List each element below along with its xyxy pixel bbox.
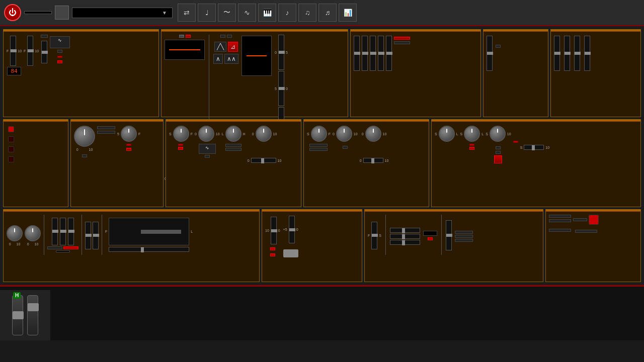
dco-lcd-btn[interactable]: [179, 35, 184, 38]
chorus-rate-knob[interactable]: [311, 126, 327, 142]
vca-env-btn[interactable]: [496, 45, 501, 48]
vcf-note-btn[interactable]: [394, 41, 410, 44]
arp-rate-slider[interactable]: [371, 222, 377, 249]
ctrl-auto-btn[interactable]: [63, 246, 78, 249]
dco-pitch-slider[interactable]: [278, 35, 284, 70]
lfo-invert-btn[interactable]: [57, 50, 62, 53]
icon-btn-6[interactable]: ♫: [298, 4, 316, 22]
midi-learn-btn[interactable]: [549, 215, 571, 218]
ctrl-vcf-slider[interactable]: [60, 218, 66, 245]
icon-btn-keyboard[interactable]: 🎹: [258, 4, 276, 22]
ctrl-dco-slider[interactable]: [52, 218, 58, 245]
mf-sync-btn[interactable]: [178, 147, 183, 150]
lfo-delay-slider[interactable]: [41, 41, 47, 63]
perf-assign-btn[interactable]: [270, 247, 275, 250]
delay-active-btn[interactable]: [494, 155, 502, 163]
delay-predelay-knob[interactable]: [439, 126, 455, 142]
midi-reset-btn[interactable]: [549, 219, 571, 222]
effects-chorus-btn[interactable]: [8, 146, 17, 153]
perf-tune-slider[interactable]: [289, 216, 295, 243]
mf-wave-btn[interactable]: ∿: [199, 144, 216, 154]
mf-hp-btn[interactable]: [225, 144, 242, 147]
arp-octave-slider[interactable]: [446, 220, 452, 250]
dco-env-btn[interactable]: [220, 35, 225, 38]
stop-button[interactable]: [55, 6, 69, 20]
arp-sync-btn[interactable]: [428, 237, 433, 240]
delay-l-knob[interactable]: [464, 126, 480, 142]
ctrl-main-slider[interactable]: [109, 247, 189, 252]
icon-btn-8[interactable]: 📊: [339, 4, 357, 22]
patch-display[interactable]: ▼: [72, 8, 173, 18]
icon-btn-5[interactable]: ♪: [278, 4, 296, 22]
dco-wave-btn3[interactable]: ∧: [213, 54, 223, 64]
env-d-slider[interactable]: [564, 36, 570, 71]
osc-warp-low-btn[interactable]: [97, 131, 115, 134]
vcf-env-slider[interactable]: [370, 36, 376, 71]
arp-dun-btn[interactable]: [455, 231, 473, 234]
icon-btn-2[interactable]: ♩: [198, 4, 216, 22]
lfo-wave-btn[interactable]: ∿: [50, 36, 70, 48]
mod-wheel[interactable]: [27, 295, 38, 335]
icon-btn-7[interactable]: ♬: [318, 4, 337, 22]
env-a-slider[interactable]: [554, 36, 560, 71]
dco-ali-btn[interactable]: [227, 35, 232, 38]
delay-digit-btn[interactable]: [496, 151, 501, 154]
osc-warp-hard-btn[interactable]: [97, 126, 115, 129]
pitch-wheel[interactable]: [12, 295, 23, 335]
delay-feedbk-knob[interactable]: [490, 126, 506, 142]
arp-up-btn[interactable]: [455, 239, 473, 242]
mf-cutoff-knob[interactable]: [225, 126, 242, 142]
mf-mix-slider[interactable]: [251, 158, 276, 163]
vcf-res-slider[interactable]: [362, 36, 368, 71]
chorus-mix-slider[interactable]: [363, 158, 383, 163]
arp-gate-slider[interactable]: [390, 234, 420, 239]
patch-arrow[interactable]: ▼: [162, 10, 167, 16]
vca-level-slider[interactable]: [487, 36, 493, 71]
env-s-slider[interactable]: [574, 36, 580, 71]
chorus-char-btn[interactable]: [309, 144, 328, 147]
lfo-step-btn[interactable]: [41, 35, 48, 38]
effects-mod-filt-btn[interactable]: [8, 136, 17, 143]
midi-off-btn[interactable]: [549, 229, 571, 232]
mf-res-knob[interactable]: [256, 126, 272, 142]
env-r-slider[interactable]: [584, 36, 590, 71]
chorus-spread-knob[interactable]: [365, 126, 381, 142]
effects-osc-warp-btn[interactable]: [8, 126, 17, 133]
mf-mdepth-knob[interactable]: [198, 126, 214, 142]
osc-warp-man-btn[interactable]: [82, 154, 87, 157]
chorus-mdepth-knob[interactable]: [336, 126, 352, 142]
arp-dulic-btn[interactable]: [455, 235, 473, 238]
dco-mod-slider[interactable]: [278, 71, 284, 106]
perf-retrig-btn[interactable]: [270, 253, 275, 256]
dco-wave-btn4[interactable]: ∧∧: [224, 54, 238, 64]
osc-warp-depth-knob[interactable]: [74, 126, 95, 147]
ctrl-lfo-slider[interactable]: [68, 218, 74, 245]
icon-btn-1[interactable]: ⇄: [178, 4, 196, 22]
delay-sync-btn[interactable]: [469, 147, 474, 150]
ctrl-on-btn[interactable]: [47, 246, 62, 249]
ctrl-vel-ucf-slider[interactable]: [93, 222, 99, 249]
lfo-sync-btn[interactable]: [57, 60, 62, 63]
icon-btn-3[interactable]: 〜: [218, 4, 236, 22]
ctrl-vel-vca-slider[interactable]: [85, 222, 91, 249]
chorus-on-btn[interactable]: [343, 146, 348, 149]
ctrl-portamento-knob[interactable]: [25, 225, 41, 241]
vcf-kbd-slider[interactable]: [386, 36, 392, 71]
delay-mode-btn[interactable]: [496, 146, 501, 149]
osc-warp-rate-knob[interactable]: [121, 126, 137, 142]
mf-invert-btn[interactable]: [205, 155, 210, 158]
vcf-mode-btn[interactable]: [394, 37, 410, 40]
arp-division-slider[interactable]: [390, 228, 420, 233]
power-button[interactable]: ⏻: [4, 4, 21, 21]
perf-handle[interactable]: [283, 249, 298, 257]
chorus-soft-btn[interactable]: [309, 148, 328, 151]
mf-rate-knob[interactable]: [173, 126, 189, 142]
arp-gate2-slider[interactable]: [390, 240, 420, 245]
lfo-factor-slider[interactable]: [27, 36, 33, 66]
effects-delay-btn[interactable]: [8, 156, 17, 163]
vcf-lfo-slider[interactable]: [378, 36, 384, 71]
dco-swave-btn1[interactable]: ╱╲: [214, 42, 226, 52]
icon-btn-4[interactable]: ∿: [238, 4, 256, 22]
osc-warp-sync-btn[interactable]: [126, 148, 131, 151]
ctrl-volume-knob[interactable]: [7, 225, 23, 241]
